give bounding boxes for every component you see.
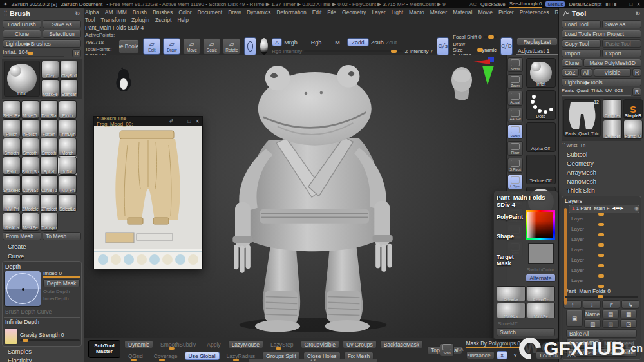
r-button[interactable]: R: [632, 88, 641, 96]
section-header[interactable]: NanoMesh: [559, 176, 644, 186]
tool-thumb[interactable]: Cylinder: [603, 120, 622, 139]
section-header[interactable]: Curve: [0, 251, 84, 261]
shelf-button[interactable]: Actual: [507, 91, 523, 106]
brush-thumb[interactable]: CurveSt: [21, 175, 39, 193]
select-icon-button[interactable]: SelectIcon: [43, 30, 81, 38]
quicksave-button[interactable]: QuickSave: [480, 1, 506, 7]
brush-thumb[interactable]: hPolish: [21, 119, 39, 137]
menu-item[interactable]: Zplugin: [131, 17, 149, 23]
refresh-icon[interactable]: ↻: [75, 10, 80, 17]
reference-window-titlebar[interactable]: *Takeshi The Frog_Mood_00: ✐ — □ ✕: [94, 117, 202, 126]
menu-item[interactable]: Geometry: [342, 9, 366, 15]
mode-button[interactable]: ▱ Draw: [163, 38, 180, 55]
brush-thumb[interactable]: Paint: [3, 157, 21, 175]
depth-curve-diagram[interactable]: [4, 271, 41, 307]
brush-thumb[interactable]: Inflat: [59, 157, 77, 175]
color-picker[interactable]: [526, 210, 555, 240]
shelf-button[interactable]: Zoom: [507, 74, 523, 89]
maximize-icon[interactable]: □: [187, 119, 191, 124]
layer-split-button[interactable]: ◳: [620, 319, 637, 328]
bottom-control[interactable]: BackfaceMask: [380, 340, 423, 348]
depth-mask-button[interactable]: Depth Mask: [43, 279, 80, 287]
bottom-control[interactable]: LazyStep: [267, 340, 297, 348]
make-polymesh-button[interactable]: Make PolyMesh3D: [583, 59, 641, 67]
menu-item[interactable]: Brushes: [153, 9, 173, 15]
brush-thumb[interactable]: Spiral: [40, 157, 58, 175]
shape-label[interactable]: Shape: [497, 233, 523, 240]
x-axis-button[interactable]: X: [497, 351, 508, 359]
to-mesh-button[interactable]: To Mesh: [43, 232, 81, 240]
brush-thumb[interactable]: DamSta: [40, 100, 58, 119]
bake-all-button[interactable]: Bake All: [566, 329, 637, 338]
menu-item[interactable]: Dynamics: [247, 9, 270, 15]
layer-merge-button[interactable]: ▥: [584, 319, 601, 328]
menus-button[interactable]: Menus: [545, 1, 565, 7]
layer-eye-icon[interactable]: ◉: [634, 205, 639, 211]
bottom-control[interactable]: GroupVisible: [301, 340, 340, 348]
import-button[interactable]: Import: [562, 49, 601, 57]
brush-thumb[interactable]: Standar: [60, 79, 78, 97]
section-header[interactable]: ArrayMesh: [559, 167, 644, 176]
menu-item[interactable]: Material: [453, 9, 472, 15]
brush-thumb[interactable]: TrimDyn: [59, 119, 77, 137]
menu-item[interactable]: Transform: [101, 17, 126, 23]
brush-thumb[interactable]: Smooth: [21, 138, 39, 156]
section-header[interactable]: Thick Skin: [559, 186, 644, 195]
current-alpha-thumb[interactable]: Alpha Off: [526, 122, 556, 152]
menu-item[interactable]: Edit: [312, 9, 322, 15]
menu-item[interactable]: Color: [178, 9, 191, 15]
layer-row[interactable]: Layer: [569, 216, 639, 224]
menu-item[interactable]: File: [327, 9, 336, 15]
minimize-icon[interactable]: —: [620, 1, 625, 7]
focal-shift-slider[interactable]: Focal Shift 0: [453, 34, 481, 40]
brush-thumb[interactable]: Transpo: [40, 213, 58, 231]
menu-item[interactable]: Preferences: [520, 9, 549, 15]
load-tools-project-button[interactable]: Load Tools From Project: [562, 30, 641, 38]
subtool-master-button[interactable]: SubTool Master: [88, 340, 120, 358]
export-button[interactable]: Export: [602, 49, 641, 57]
mode-button[interactable]: ▱ Rotate: [223, 38, 240, 55]
polypaint-label[interactable]: PolyPaint: [497, 214, 523, 220]
from-mesh-button[interactable]: From Mesh: [3, 232, 41, 240]
menu-item[interactable]: Marker: [430, 9, 447, 15]
current-tool-name[interactable]: Pants_Quad_Thick_UV_003: [562, 88, 631, 96]
layer-name-button[interactable]: Name: [584, 310, 601, 318]
refresh-icon[interactable]: ↻: [635, 10, 640, 17]
menu-item[interactable]: Light: [392, 9, 403, 15]
brush-thumb[interactable]: ZProject: [40, 194, 58, 212]
current-texture-thumb[interactable]: Texture Off: [526, 155, 556, 184]
depth-title[interactable]: Depth: [5, 263, 79, 270]
layers-scrollbar[interactable]: [564, 208, 567, 305]
copy-tool-button[interactable]: Copy Tool: [562, 39, 601, 48]
layer-branch-button[interactable]: ↳: [621, 300, 639, 309]
bottom-control[interactable]: SmoothSubdiv: [156, 340, 200, 348]
layer-row[interactable]: Layer: [569, 267, 639, 275]
see-through-slider[interactable]: See-through 0: [509, 1, 542, 8]
mini-thumb[interactable]: MaskLa: [497, 303, 526, 318]
menu-item[interactable]: Macro: [409, 9, 424, 15]
restore-icon[interactable]: □: [629, 1, 632, 7]
a-button[interactable]: A: [272, 38, 282, 46]
switch-button[interactable]: Switch: [497, 328, 555, 336]
bottom-control[interactable]: Dynamic: [124, 340, 153, 348]
tool-thumb[interactable]: Pants_Q: [623, 120, 643, 139]
current-stroke-thumb[interactable]: Dots: [526, 90, 556, 120]
menu-item[interactable]: Brush: [133, 9, 147, 15]
page-arrows[interactable]: ◄ ►: [466, 352, 477, 357]
section-header[interactable]: Geometry: [559, 158, 644, 167]
shelf-button[interactable]: Persp: [507, 124, 523, 139]
pin-icon[interactable]: ✐: [169, 119, 174, 124]
visible-button[interactable]: Visible: [594, 68, 631, 77]
frog-sculpture[interactable]: [207, 53, 419, 339]
brush-thumb[interactable]: Flatten: [40, 119, 58, 137]
tool-thumb[interactable]: Cylinder: [603, 99, 622, 119]
brush-thumb[interactable]: IMM Pri: [3, 194, 21, 212]
brush-thumb[interactable]: MaskLa: [3, 213, 21, 231]
layer-new-button[interactable]: ▦: [620, 310, 637, 318]
brush-thumb[interactable]: Polish: [3, 119, 21, 137]
bottom-control[interactable]: Uv Groups: [343, 340, 377, 348]
brush-thumb[interactable]: Clay: [41, 61, 59, 79]
tool-thumb[interactable]: SSimpleB: [623, 99, 643, 119]
brush-thumb[interactable]: Paint_Sp: [21, 157, 39, 175]
mini-thumb[interactable]: MaskPe: [527, 303, 556, 318]
